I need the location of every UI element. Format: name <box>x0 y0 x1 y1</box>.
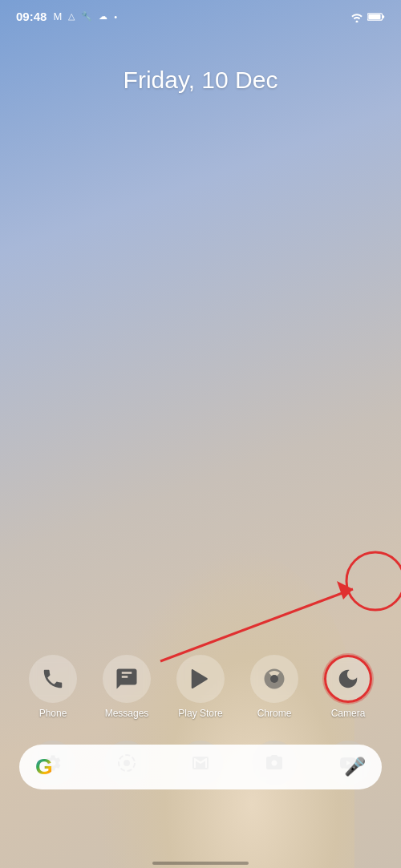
phone-icon-button[interactable] <box>29 655 77 703</box>
messages-label: Messages <box>105 708 149 719</box>
wrench-status-icon: 🔧 <box>81 11 92 22</box>
dot-status-icon: • <box>114 12 117 22</box>
svg-rect-2 <box>383 15 385 18</box>
status-left: 09:48 M △ 🔧 ☁ • <box>16 10 117 23</box>
search-bar[interactable]: G 🎤 <box>19 745 382 789</box>
svg-point-0 <box>356 20 358 22</box>
messages-icon-button[interactable] <box>103 655 151 703</box>
camera-label: Camera <box>331 708 366 719</box>
status-bar: 09:48 M △ 🔧 ☁ • <box>0 0 401 26</box>
app-item-playstore: Play Store <box>168 655 233 719</box>
app-item-camera: Camera <box>316 655 380 719</box>
drive-status-icon: △ <box>68 11 75 22</box>
status-right <box>350 11 385 22</box>
cloud-status-icon: ☁ <box>99 11 107 22</box>
google-g-logo: G <box>35 754 53 780</box>
app-item-phone: Phone <box>21 655 85 719</box>
svg-rect-3 <box>368 14 380 19</box>
nav-bar <box>152 862 249 865</box>
main-app-row: Phone Messages Play Store <box>8 648 393 725</box>
playstore-icon-button[interactable] <box>176 655 225 703</box>
wifi-icon <box>350 11 364 22</box>
chrome-icon-button[interactable] <box>250 655 298 703</box>
date-text: Friday, 10 Dec <box>124 67 278 93</box>
battery-icon <box>367 11 385 22</box>
chrome-label: Chrome <box>257 708 292 719</box>
dock-area: Phone Messages Play Store <box>0 648 401 804</box>
date-display: Friday, 10 Dec <box>0 67 401 94</box>
status-time: 09:48 <box>16 10 47 23</box>
camera-icon-button[interactable] <box>324 655 372 703</box>
gmail-status-icon: M <box>53 10 62 22</box>
svg-point-7 <box>346 552 401 610</box>
app-item-messages: Messages <box>95 655 159 719</box>
svg-marker-9 <box>337 581 353 600</box>
app-item-chrome: Chrome <box>242 655 306 719</box>
playstore-label: Play Store <box>178 708 222 719</box>
mic-icon[interactable]: 🎤 <box>344 757 366 777</box>
phone-label: Phone <box>39 708 67 719</box>
